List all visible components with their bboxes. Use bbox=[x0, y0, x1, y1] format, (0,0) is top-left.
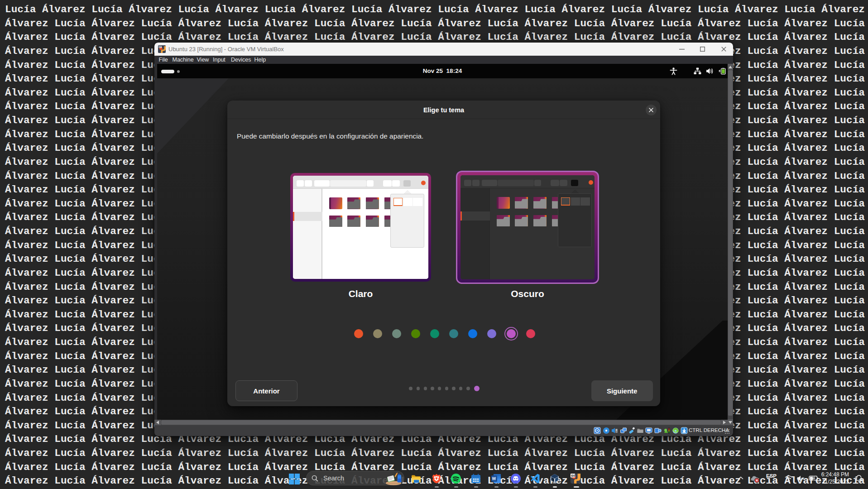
svg-text:64: 64 bbox=[571, 474, 575, 477]
